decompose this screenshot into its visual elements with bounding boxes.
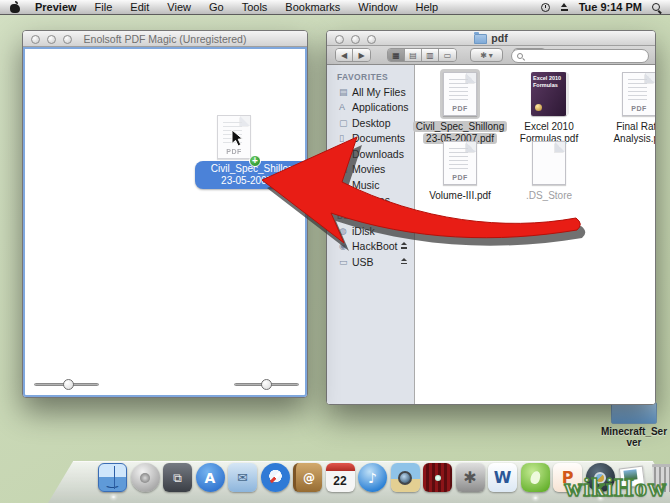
menu-status-area: Tue 9:14 PM bbox=[541, 1, 670, 13]
dock-icon-photo-booth[interactable] bbox=[423, 463, 452, 492]
sidebar-header-devices: DEVICES bbox=[327, 208, 414, 223]
menu-item-tools[interactable]: Tools bbox=[233, 0, 277, 15]
coverflow-view-button[interactable]: ▭ bbox=[439, 49, 456, 61]
sidebar-item-desktop[interactable]: ▢Desktop bbox=[327, 115, 414, 131]
pdf-file-icon: PDF bbox=[622, 72, 655, 116]
dock-icon-launchpad[interactable] bbox=[131, 463, 160, 492]
dragged-file[interactable]: PDF + Civil_Spec_Shillong 23-05-2007.pdf bbox=[195, 115, 315, 159]
sidebar-item-usb[interactable]: ▭USB bbox=[327, 254, 414, 270]
right-slider[interactable] bbox=[234, 383, 299, 386]
minimize-button[interactable] bbox=[47, 35, 56, 44]
action-gear-button[interactable]: ✱ ▾ bbox=[470, 48, 503, 62]
finder-window: pdf ◀ ▶ ▦ ▤ ▥ ▭ ✱ ▾ ⊞ ▾ FAVORITES ▤All M… bbox=[326, 30, 656, 405]
music-icon: ♫ bbox=[339, 180, 352, 190]
column-view-button[interactable]: ▥ bbox=[422, 49, 439, 61]
menu-item-view[interactable]: View bbox=[158, 0, 200, 15]
dock-icon-safari[interactable] bbox=[261, 463, 290, 492]
sidebar-item-movies[interactable]: ▦Movies bbox=[327, 162, 414, 178]
eject-button[interactable] bbox=[400, 258, 408, 266]
calendar-day: 22 bbox=[333, 474, 346, 488]
sidebar-header-favorites: FAVORITES bbox=[327, 69, 414, 84]
finder-sidebar: FAVORITES ▤All My Files AApplications ▢D… bbox=[327, 65, 415, 404]
gear-icon: ✱ bbox=[480, 51, 487, 60]
menu-item-help[interactable]: Help bbox=[406, 0, 447, 15]
downloads-icon: ▼ bbox=[339, 149, 352, 159]
file-final-rate-analysis[interactable]: PDF Final RateAnalysis.pd bbox=[596, 69, 655, 144]
left-slider-knob[interactable] bbox=[63, 379, 74, 390]
time-machine-icon[interactable] bbox=[541, 3, 550, 12]
all-my-files-icon: ▤ bbox=[339, 87, 352, 97]
dock-icon-itunes[interactable] bbox=[358, 463, 387, 492]
page-fold-icon bbox=[555, 142, 565, 152]
finder-files-area[interactable]: PDF Civil_Spec_Shillong23-05-2007.pdf Ex… bbox=[416, 65, 655, 404]
search-input[interactable] bbox=[526, 50, 648, 62]
apple-menu-icon[interactable] bbox=[10, 2, 20, 13]
desktop-icon-minecraft-server[interactable]: Minecraft_Ser ver bbox=[598, 402, 670, 448]
nav-buttons: ◀ ▶ bbox=[335, 48, 371, 62]
menu-item-file[interactable]: File bbox=[86, 0, 122, 15]
list-view-button[interactable]: ▤ bbox=[405, 49, 422, 61]
close-button[interactable] bbox=[335, 35, 344, 44]
file-ds-store[interactable]: .DS_Store bbox=[506, 138, 592, 202]
close-button[interactable] bbox=[31, 35, 40, 44]
dock-icon-mission-control[interactable] bbox=[163, 463, 192, 492]
sidebar-item-downloads[interactable]: ▼Downloads bbox=[327, 146, 414, 162]
finder-titlebar[interactable]: pdf bbox=[327, 31, 655, 46]
spotlight-icon[interactable] bbox=[652, 3, 660, 11]
back-button[interactable]: ◀ bbox=[336, 49, 353, 61]
dock-icon-word[interactable] bbox=[488, 463, 517, 492]
applications-icon: A bbox=[339, 102, 352, 112]
dock-icon-iphoto[interactable] bbox=[391, 463, 420, 492]
file-civil-spec-shillong[interactable]: PDF Civil_Spec_Shillong23-05-2007.pdf bbox=[417, 69, 503, 144]
zoom-button[interactable] bbox=[367, 35, 376, 44]
file-volume-iii[interactable]: PDF Volume-III.pdf bbox=[417, 138, 503, 202]
left-slider[interactable] bbox=[34, 383, 99, 386]
pdf-magic-drop-area[interactable]: PDF + Civil_Spec_Shillong 23-05-2007.pdf bbox=[23, 47, 307, 397]
finder-body: FAVORITES ▤All My Files AApplications ▢D… bbox=[327, 65, 655, 404]
minimize-button[interactable] bbox=[351, 35, 360, 44]
dock-icon-app-store[interactable] bbox=[196, 463, 225, 492]
movies-icon: ▦ bbox=[339, 164, 352, 174]
menu-item-app[interactable]: Preview bbox=[26, 0, 86, 15]
running-indicator bbox=[533, 496, 538, 500]
sidebar-item-idisk[interactable]: ◍iDisk bbox=[327, 223, 414, 239]
dock-icon-messenger[interactable] bbox=[521, 463, 550, 492]
forward-button[interactable]: ▶ bbox=[353, 49, 370, 61]
sidebar-item-applications[interactable]: AApplications bbox=[327, 100, 414, 116]
sidebar-item-music[interactable]: ♫Music bbox=[327, 177, 414, 193]
dock-icon-calendar[interactable]: 22 bbox=[326, 463, 355, 492]
desktop-icon-label-line1: Minecraft_Ser bbox=[601, 426, 667, 437]
book-logo-icon bbox=[535, 104, 542, 111]
finder-toolbar: ◀ ▶ ▦ ▤ ▥ ▭ ✱ ▾ ⊞ ▾ bbox=[327, 46, 655, 65]
menu-clock[interactable]: Tue 9:14 PM bbox=[579, 1, 642, 13]
desktop-icon: ▢ bbox=[339, 118, 352, 128]
finder-window-title: pdf bbox=[491, 31, 507, 46]
chevron-down-icon: ▾ bbox=[489, 51, 493, 60]
icon-view-button[interactable]: ▦ bbox=[388, 49, 405, 61]
search-icon bbox=[517, 53, 523, 59]
documents-icon: ▯ bbox=[339, 133, 352, 143]
eject-icon[interactable] bbox=[560, 3, 569, 11]
dock-icon-finder[interactable] bbox=[98, 463, 127, 492]
search-field[interactable] bbox=[511, 49, 649, 63]
menu-item-bookmarks[interactable]: Bookmarks bbox=[276, 0, 349, 15]
dock-icon-contacts[interactable] bbox=[293, 463, 322, 492]
file-excel-2010-formulas[interactable]: Excel 2010 Formulas Excel 2010Formulas.p… bbox=[506, 69, 592, 144]
dock-icon-mail[interactable] bbox=[228, 463, 257, 492]
sidebar-item-pictures[interactable]: ▧Pictures bbox=[327, 193, 414, 209]
eject-button[interactable] bbox=[400, 242, 408, 250]
menu-item-go[interactable]: Go bbox=[200, 0, 233, 15]
dock-icon-system-preferences[interactable] bbox=[456, 463, 485, 492]
pdf-file-icon: PDF bbox=[443, 141, 477, 185]
sidebar-item-all-my-files[interactable]: ▤All My Files bbox=[327, 84, 414, 100]
green-plus-badge: + bbox=[249, 155, 261, 167]
right-slider-knob[interactable] bbox=[261, 379, 272, 390]
book-cover-title: Excel 2010 Formulas bbox=[531, 72, 567, 92]
pdf-magic-titlebar[interactable]: Enolsoft PDF Magic (Unregistered) bbox=[23, 31, 307, 47]
calendar-band bbox=[326, 463, 355, 471]
sidebar-item-documents[interactable]: ▯Documents bbox=[327, 131, 414, 147]
zoom-button[interactable] bbox=[63, 35, 72, 44]
menu-item-window[interactable]: Window bbox=[349, 0, 406, 15]
sidebar-item-hackboot[interactable]: ◉HackBoot bbox=[327, 239, 414, 255]
menu-item-edit[interactable]: Edit bbox=[121, 0, 158, 15]
